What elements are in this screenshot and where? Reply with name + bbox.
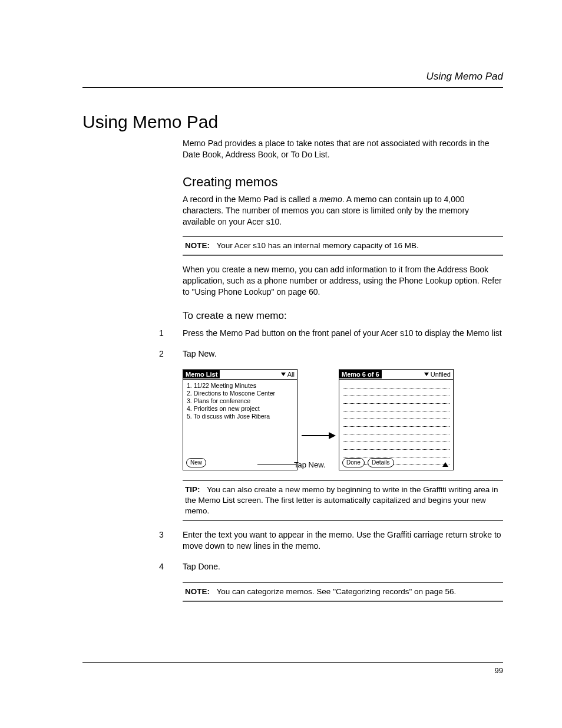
note-box-2: NOTE: You can categorize memos. See "Cat… bbox=[183, 582, 503, 602]
step-2: 2 Tap New. bbox=[159, 348, 503, 360]
memo-edit-body[interactable] bbox=[339, 380, 453, 465]
memo-list-screen: Memo List All 1. 11/22 Meeting Minutes 2… bbox=[183, 369, 297, 470]
figure: Memo List All 1. 11/22 Meeting Minutes 2… bbox=[183, 369, 503, 470]
body: Using Memo Pad Memo Pad provides a place… bbox=[82, 112, 503, 602]
figure-arrow: Tap New. bbox=[297, 369, 339, 470]
memo-def-em: memo bbox=[319, 195, 342, 204]
new-button[interactable]: New bbox=[186, 458, 206, 467]
note-text: You can categorize memos. See "Categoriz… bbox=[217, 587, 457, 596]
step-num: 1 bbox=[159, 328, 183, 339]
callout-line bbox=[257, 464, 296, 465]
category-dropdown-label: Unfiled bbox=[431, 371, 451, 378]
note-label: NOTE: bbox=[185, 241, 210, 250]
step-text: Press the Memo Pad button on the front p… bbox=[183, 328, 503, 339]
category-dropdown[interactable]: Unfiled bbox=[424, 371, 453, 378]
list-item[interactable]: 1. 11/22 Meeting Minutes bbox=[187, 382, 293, 390]
chevron-down-icon bbox=[281, 373, 286, 376]
section-heading: Creating memos bbox=[183, 173, 503, 191]
step-num: 3 bbox=[159, 529, 183, 552]
memo-def-a: A record in the Memo Pad is called a bbox=[183, 195, 319, 204]
list-item[interactable]: 2. Directions to Moscone Center bbox=[187, 390, 293, 397]
step-num: 4 bbox=[159, 561, 183, 572]
page-title: Using Memo Pad bbox=[82, 112, 503, 132]
list-item[interactable]: 5. To discuss with Jose Ribera bbox=[187, 413, 293, 420]
memo-list-body: 1. 11/22 Meeting Minutes 2. Directions t… bbox=[183, 380, 297, 423]
memo-def: A record in the Memo Pad is called a mem… bbox=[183, 194, 503, 228]
tip-text: You can also create a new memo by beginn… bbox=[185, 485, 498, 515]
note-box-1: NOTE: Your Acer s10 has an internal memo… bbox=[183, 236, 503, 256]
memo-edit-title: Memo 6 of 6 bbox=[339, 370, 382, 378]
category-dropdown-label: All bbox=[287, 371, 295, 378]
tap-new-label: Tap New. bbox=[294, 460, 325, 469]
memo-edit-titlebar: Memo 6 of 6 Unfiled bbox=[339, 370, 453, 380]
intro-text: Memo Pad provides a place to take notes … bbox=[183, 138, 503, 160]
tip-box: TIP: You can also create a new memo by b… bbox=[183, 480, 503, 522]
step-3: 3 Enter the text you want to appear in t… bbox=[159, 529, 503, 552]
note2-wrap: NOTE: You can categorize memos. See "Cat… bbox=[183, 582, 503, 602]
page: Using Memo Pad Using Memo Pad Memo Pad p… bbox=[0, 0, 562, 728]
list-item[interactable]: 3. Plans for conference bbox=[187, 397, 293, 405]
memo-edit-screen: Memo 6 of 6 Unfiled Done Details bbox=[339, 369, 454, 470]
arrow-right-icon bbox=[300, 431, 336, 440]
page-number: 99 bbox=[82, 662, 503, 675]
tip-wrap: TIP: You can also create a new memo by b… bbox=[183, 480, 503, 522]
tip-label: TIP: bbox=[185, 485, 200, 494]
running-header: Using Memo Pad bbox=[82, 71, 503, 88]
list-item[interactable]: 4. Priorities on new project bbox=[187, 405, 293, 413]
procedure-heading: To create a new memo: bbox=[183, 309, 503, 323]
steps-3-4: 3 Enter the text you want to appear in t… bbox=[159, 529, 503, 572]
steps-1-2: 1 Press the Memo Pad button on the front… bbox=[159, 328, 503, 360]
step-1: 1 Press the Memo Pad button on the front… bbox=[159, 328, 503, 339]
intro-block: Memo Pad provides a place to take notes … bbox=[183, 138, 503, 323]
details-button[interactable]: Details bbox=[368, 458, 394, 467]
memo-list-title: Memo List bbox=[183, 370, 220, 378]
step-text: Tap New. bbox=[183, 348, 503, 360]
memo-list-titlebar: Memo List All bbox=[183, 370, 297, 380]
step-text: Tap Done. bbox=[183, 561, 503, 572]
category-dropdown[interactable]: All bbox=[281, 371, 297, 378]
step-text: Enter the text you want to appear in the… bbox=[183, 529, 503, 552]
note-text: Your Acer s10 has an internal memory cap… bbox=[217, 241, 419, 250]
step-4: 4 Tap Done. bbox=[159, 561, 503, 572]
done-button[interactable]: Done bbox=[342, 458, 365, 467]
phone-lookup-p: When you create a new memo, you can add … bbox=[183, 264, 503, 298]
step-num: 2 bbox=[159, 348, 183, 360]
chevron-down-icon bbox=[424, 373, 429, 376]
scroll-up-icon[interactable] bbox=[442, 462, 448, 467]
svg-marker-1 bbox=[329, 432, 336, 439]
note-label: NOTE: bbox=[185, 587, 210, 596]
